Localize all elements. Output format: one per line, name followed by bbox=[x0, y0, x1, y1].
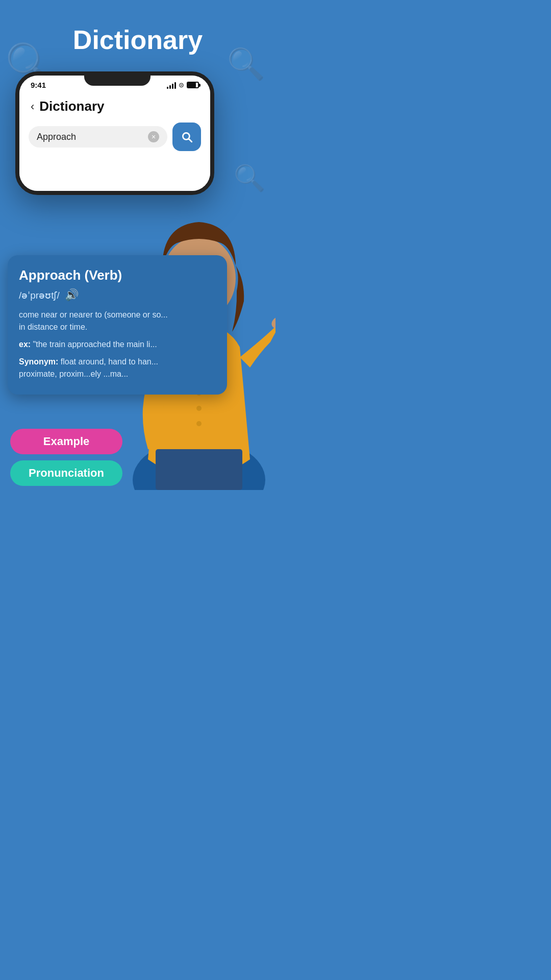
definition-synonym: Synonym: float around, hand to han...pro… bbox=[19, 356, 216, 380]
battery-icon bbox=[187, 82, 199, 88]
phone-notch bbox=[84, 71, 151, 86]
definition-word: Approach (Verb) bbox=[19, 267, 216, 283]
badge-example[interactable]: Example bbox=[10, 429, 122, 454]
app-header: ‹ Dictionary bbox=[19, 92, 210, 122]
svg-point-14 bbox=[196, 421, 202, 426]
search-icon bbox=[180, 130, 193, 143]
definition-example: ex: "the train approached the main li... bbox=[19, 338, 216, 351]
header-title: Dictionary bbox=[39, 99, 104, 114]
back-button[interactable]: ‹ bbox=[31, 100, 34, 113]
pronunciation-text: /əˈprəʊtʃ/ bbox=[19, 289, 60, 301]
definition-pronunciation-row: /əˈprəʊtʃ/ 🔊 bbox=[19, 288, 216, 302]
definition-card: Approach (Verb) /əˈprəʊtʃ/ 🔊 come near o… bbox=[8, 255, 227, 395]
status-icons: ⊜ bbox=[167, 81, 199, 89]
status-time: 9:41 bbox=[31, 81, 46, 89]
speaker-icon[interactable]: 🔊 bbox=[65, 288, 79, 302]
svg-rect-15 bbox=[156, 449, 242, 490]
signal-icon bbox=[167, 82, 176, 89]
clear-button[interactable]: × bbox=[148, 131, 159, 142]
svg-point-13 bbox=[196, 406, 202, 411]
wifi-icon: ⊜ bbox=[179, 81, 184, 89]
definition-meaning: come near or nearer to (someone or so...… bbox=[19, 309, 216, 333]
app-title: Dictionary bbox=[0, 0, 276, 65]
badge-pronunciation[interactable]: Pronunciation bbox=[10, 460, 122, 486]
search-input[interactable]: Approach bbox=[37, 132, 76, 142]
badges-column: Example Pronunciation Meaning Synonym bbox=[10, 429, 122, 490]
